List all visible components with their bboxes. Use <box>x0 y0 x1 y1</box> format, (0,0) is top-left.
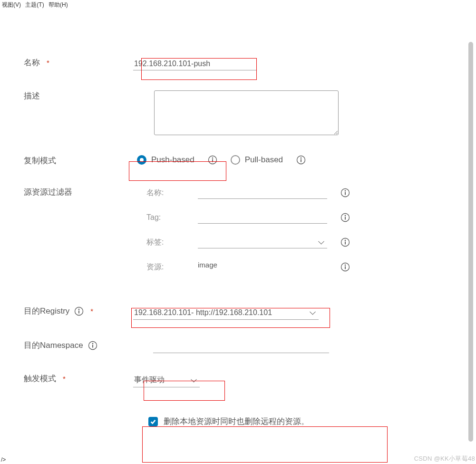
radio-circle-icon <box>231 155 240 165</box>
mode-radio-group: Push-based Pull-based <box>137 155 306 165</box>
menu-theme[interactable]: 主题(T) <box>25 1 44 8</box>
watermark: CSDN @KK小草莓48 <box>414 454 475 463</box>
svg-point-16 <box>345 265 346 266</box>
label-dest-ns-text: 目的Namespace <box>24 340 83 351</box>
row-description: 描述 <box>24 90 447 135</box>
radio-pull[interactable]: Pull-based <box>231 155 283 165</box>
filter-resource-label: 资源: <box>146 262 198 272</box>
radio-pull-label: Pull-based <box>245 155 283 165</box>
filter-resource-row: 资源: image <box>146 261 350 273</box>
filter-name-row: 名称: <box>146 187 350 199</box>
label-mode: 复制模式 <box>24 155 133 167</box>
label-trigger-text: 触发模式 <box>24 373 56 385</box>
checkbox-icon <box>148 417 158 426</box>
info-icon[interactable] <box>208 155 217 165</box>
info-icon[interactable] <box>88 341 97 350</box>
radio-push[interactable]: Push-based <box>137 155 194 165</box>
filter-label-row: 标签: <box>146 236 350 248</box>
highlight-box <box>142 426 388 463</box>
menu-help[interactable]: 帮助(H) <box>49 1 68 8</box>
svg-rect-17 <box>345 267 346 269</box>
svg-point-4 <box>301 158 302 159</box>
row-name: 名称 * <box>24 57 447 70</box>
menu-view[interactable]: 视图(V) <box>2 1 21 8</box>
label-dest-ns: 目的Namespace <box>24 340 133 351</box>
info-icon[interactable] <box>74 306 84 316</box>
info-icon[interactable] <box>340 237 350 247</box>
filter-label-select[interactable] <box>198 236 327 248</box>
svg-rect-20 <box>78 311 79 314</box>
row-dest-registry: 目的Registry * 192.168.210.101- http://192… <box>24 306 447 320</box>
row-filter: 源资源过滤器 名称: Tag: 标签: <box>24 187 447 286</box>
delete-remote-checkbox[interactable]: 删除本地资源时同时也删除远程的资源。 <box>148 416 309 427</box>
svg-rect-2 <box>212 159 213 162</box>
footer-tag: /> <box>1 456 6 463</box>
label-trigger: 触发模式 * <box>24 373 133 385</box>
trigger-select[interactable]: 事件驱动 <box>133 373 200 387</box>
description-input[interactable] <box>154 90 339 135</box>
info-icon[interactable] <box>340 188 350 197</box>
label-description: 描述 <box>24 90 133 102</box>
svg-rect-11 <box>345 217 346 220</box>
required-mark: * <box>90 306 93 317</box>
svg-point-7 <box>345 190 346 192</box>
row-trigger: 触发模式 * 事件驱动 <box>24 373 447 387</box>
delete-remote-label: 删除本地资源时同时也删除远程的资源。 <box>164 416 309 427</box>
svg-point-10 <box>345 215 346 217</box>
dest-ns-input[interactable] <box>153 340 329 353</box>
label-description-text: 描述 <box>24 90 40 102</box>
trigger-value: 事件驱动 <box>134 375 165 385</box>
dest-registry-select[interactable]: 192.168.210.101- http://192.168.210.101 <box>133 306 319 320</box>
label-name: 名称 * <box>24 57 133 69</box>
radio-circle-icon <box>137 155 146 165</box>
svg-point-13 <box>345 240 346 241</box>
vertical-scrollbar[interactable] <box>468 42 473 442</box>
name-input[interactable] <box>133 57 257 70</box>
label-filter: 源资源过滤器 <box>24 187 133 198</box>
svg-rect-5 <box>301 159 301 162</box>
row-delete-remote: 删除本地资源时同时也删除远程的资源。 <box>24 416 447 427</box>
menubar: 视图(V) 主题(T) 帮助(H) <box>0 0 73 10</box>
filter-label-label: 标签: <box>146 237 198 247</box>
info-icon[interactable] <box>296 155 306 165</box>
svg-point-19 <box>78 309 80 310</box>
filter-tag-row: Tag: <box>146 211 350 224</box>
required-mark: * <box>63 373 66 385</box>
filter-name-input[interactable] <box>198 187 327 199</box>
svg-point-1 <box>212 158 213 159</box>
filter-name-label: 名称: <box>146 188 198 198</box>
svg-rect-14 <box>345 242 346 245</box>
info-icon[interactable] <box>340 262 350 272</box>
row-dest-ns: 目的Namespace <box>24 340 447 353</box>
dest-registry-value: 192.168.210.101- http://192.168.210.101 <box>134 308 272 317</box>
radio-push-label: Push-based <box>151 155 194 165</box>
row-mode: 复制模式 Push-based Pull-based <box>24 155 447 167</box>
label-dest-registry-text: 目的Registry <box>24 306 69 317</box>
svg-point-22 <box>92 343 93 345</box>
label-mode-text: 复制模式 <box>24 155 56 167</box>
info-icon[interactable] <box>340 213 350 222</box>
filter-tag-input[interactable] <box>198 211 327 224</box>
filter-resource-value: image <box>198 261 327 273</box>
label-dest-registry: 目的Registry * <box>24 306 133 317</box>
required-mark: * <box>47 57 49 69</box>
svg-rect-23 <box>92 345 93 348</box>
label-name-text: 名称 <box>24 57 40 69</box>
filter-tag-label: Tag: <box>146 213 198 222</box>
svg-rect-8 <box>345 192 346 195</box>
label-filter-text: 源资源过滤器 <box>24 187 72 198</box>
replication-form: 名称 * 描述 复制模式 Push-based <box>24 57 447 427</box>
